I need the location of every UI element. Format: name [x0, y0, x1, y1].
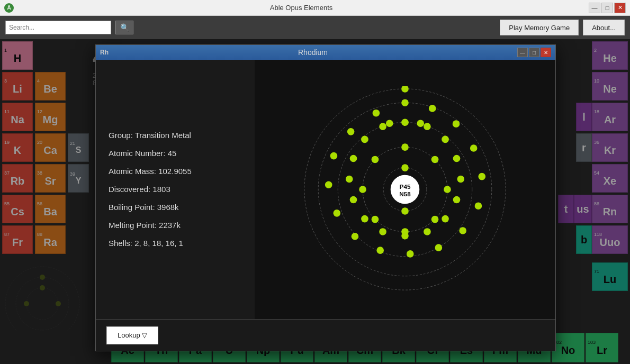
- svg-point-31: [442, 215, 449, 223]
- svg-point-45: [453, 120, 460, 128]
- svg-point-35: [361, 215, 368, 223]
- svg-point-41: [417, 120, 424, 127]
- atom-svg: P45 N58: [302, 86, 508, 293]
- svg-point-36: [350, 196, 357, 204]
- svg-point-43: [401, 99, 409, 106]
- svg-point-52: [376, 247, 384, 254]
- minimize-btn[interactable]: —: [589, 3, 600, 13]
- modal-body: Group: Transition Metal Atomic Number: 4…: [96, 60, 555, 319]
- svg-point-29: [457, 176, 464, 183]
- svg-point-28: [453, 155, 461, 162]
- svg-point-58: [373, 110, 380, 117]
- svg-point-44: [429, 105, 436, 112]
- svg-point-23: [359, 186, 366, 193]
- play-memory-game-button[interactable]: Play Memory Game: [500, 20, 579, 35]
- svg-point-30: [453, 196, 461, 204]
- toolbar: 🔍 Play Memory Game About...: [0, 16, 630, 39]
- modal-titlebar: Rh Rhodium — □ ✕: [96, 45, 555, 60]
- modal-boiling-point: Boiling Point: 3968k: [109, 201, 242, 214]
- modal-controls: — □ ✕: [517, 48, 551, 57]
- modal-close-btn[interactable]: ✕: [541, 48, 551, 57]
- svg-point-15: [401, 164, 409, 171]
- svg-text:N58: N58: [399, 190, 411, 197]
- svg-point-32: [424, 228, 431, 235]
- search-input[interactable]: [5, 21, 111, 34]
- svg-point-20: [431, 216, 439, 223]
- modal-restore-btn[interactable]: □: [529, 48, 539, 57]
- modal-discovered: Discovered: 1803: [109, 183, 242, 196]
- svg-point-24: [372, 156, 379, 163]
- app-logo: A: [4, 3, 14, 13]
- svg-point-38: [350, 155, 357, 162]
- title-bar: A Able Opus Elements — □ ✕: [0, 0, 630, 16]
- svg-point-40: [379, 123, 386, 130]
- svg-point-50: [435, 244, 443, 251]
- svg-point-51: [407, 250, 414, 258]
- svg-point-34: [379, 228, 386, 235]
- modal-melting-point: Melting Point: 2237k: [109, 219, 242, 232]
- svg-point-55: [325, 181, 332, 188]
- modal-group: Group: Transition Metal: [109, 129, 242, 142]
- modal-footer: Lookup ▽: [96, 319, 555, 351]
- svg-point-18: [431, 156, 439, 163]
- about-button[interactable]: About...: [583, 20, 625, 35]
- svg-point-25: [401, 119, 409, 126]
- window-title: Able Opus Elements: [14, 4, 589, 12]
- svg-point-37: [346, 176, 353, 183]
- svg-point-19: [444, 186, 451, 193]
- modal-atomic-number: Atomic Number: 45: [109, 147, 242, 160]
- lookup-button[interactable]: Lookup ▽: [106, 326, 158, 344]
- svg-point-47: [478, 173, 485, 180]
- search-icon: 🔍: [120, 23, 129, 32]
- svg-point-49: [459, 227, 466, 234]
- window-controls: — □ ✕: [589, 3, 626, 13]
- svg-point-33: [401, 232, 409, 240]
- svg-point-26: [424, 123, 431, 130]
- modal-minimize-btn[interactable]: —: [517, 48, 528, 57]
- svg-point-39: [361, 136, 368, 143]
- modal-info-column: Group: Transition Metal Atomic Number: 4…: [96, 60, 255, 319]
- modal-atom-diagram: P45 N58: [255, 60, 555, 319]
- svg-point-53: [352, 233, 359, 240]
- modal-atomic-mass: Atomic Mass: 102.9055: [109, 165, 242, 178]
- svg-point-22: [372, 216, 379, 223]
- element-detail-modal: Rh Rhodium — □ ✕ Group: Transition Metal…: [95, 44, 556, 351]
- svg-point-56: [330, 152, 338, 160]
- svg-point-54: [333, 210, 340, 217]
- svg-point-46: [470, 144, 478, 152]
- svg-point-16: [401, 207, 409, 215]
- modal-shells: Shells: 2, 8, 18, 16, 1: [109, 237, 242, 250]
- restore-btn[interactable]: □: [601, 3, 613, 13]
- svg-point-27: [442, 136, 449, 143]
- svg-point-59: [401, 86, 409, 93]
- modal-element-symbol: Rh: [100, 49, 109, 56]
- modal-element-name: Rhodium: [113, 48, 513, 57]
- svg-point-42: [386, 120, 393, 127]
- svg-point-17: [401, 143, 409, 151]
- svg-point-48: [475, 202, 482, 210]
- close-window-btn[interactable]: ✕: [614, 3, 626, 13]
- main-area: 1 H 45 2 8 Actinide Alkali Metal Alkalin…: [0, 39, 630, 364]
- svg-text:P45: P45: [400, 183, 411, 190]
- svg-point-57: [347, 128, 355, 135]
- search-button[interactable]: 🔍: [115, 21, 133, 34]
